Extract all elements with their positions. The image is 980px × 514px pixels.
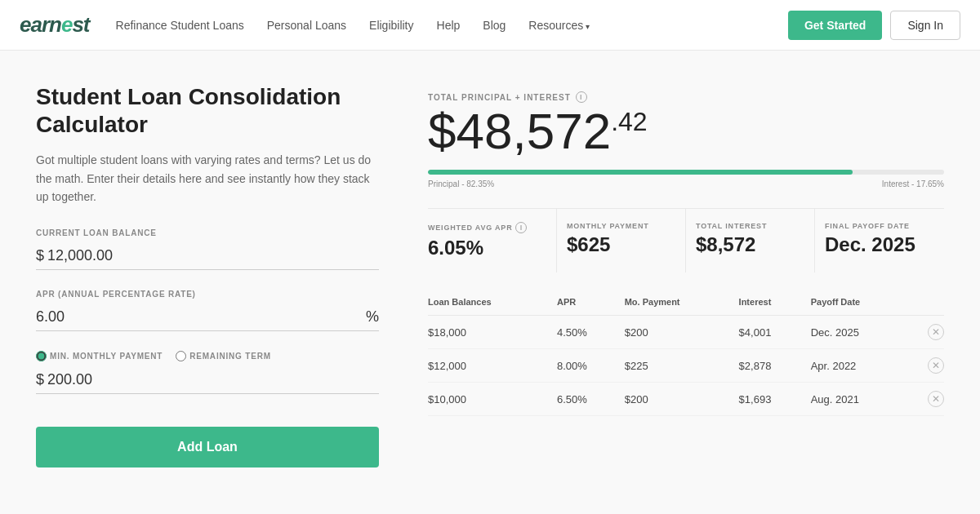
main-content: Student Loan Consolidation Calculator Go… (16, 51, 964, 500)
stat-payoff-date-value: Dec. 2025 (825, 233, 934, 256)
calculator-title: Student Loan Consolidation Calculator (36, 83, 379, 138)
payment-field: MIN. MONTHLY PAYMENT REMAINING TERM $ (36, 351, 379, 394)
min-payment-radio-label[interactable]: MIN. MONTHLY PAYMENT (36, 351, 163, 361)
total-dollars: $48,572 (428, 103, 611, 159)
stat-monthly-payment: MONTHLY PAYMENT $625 (557, 209, 686, 273)
get-started-button[interactable]: Get Started (788, 11, 882, 40)
table-row: $12,000 8.00% $225 $2,878 Apr. 2022 ✕ (428, 349, 944, 383)
nav-personal-loans[interactable]: Personal Loans (267, 19, 346, 32)
delete-row-button-1[interactable]: ✕ (928, 357, 944, 374)
table-header-row: Loan Balances APR Mo. Payment Interest P… (428, 292, 944, 316)
total-label: TOTAL PRINCIPAL + INTEREST i (428, 91, 944, 103)
nav-help[interactable]: Help (437, 19, 461, 32)
remaining-term-label: REMAINING TERM (189, 352, 271, 361)
min-payment-label: MIN. MONTHLY PAYMENT (50, 352, 163, 361)
total-amount: $48,572.42 (428, 106, 944, 157)
remaining-term-radio-label[interactable]: REMAINING TERM (176, 351, 271, 361)
delete-row-button-0[interactable]: ✕ (928, 324, 944, 340)
delete-row-button-2[interactable]: ✕ (928, 391, 944, 407)
remaining-term-radio[interactable] (176, 351, 186, 361)
apr-input-wrapper: % (36, 304, 379, 331)
cell-delete-0: ✕ (914, 316, 944, 349)
balance-input[interactable] (47, 247, 379, 264)
stat-monthly-payment-label: MONTHLY PAYMENT (567, 222, 675, 230)
principal-label: Principal - 82.35% (428, 179, 494, 188)
total-cents: .42 (611, 107, 647, 136)
apr-label: APR (ANNUAL PERCENTAGE RATE) (36, 290, 379, 299)
cell-interest-0: $4,001 (739, 316, 811, 349)
cell-apr-0: 4.50% (557, 316, 625, 349)
cell-payoff-2: Aug. 2021 (811, 383, 914, 416)
nav-links: Refinance Student Loans Personal Loans E… (116, 19, 788, 32)
sign-in-button[interactable]: Sign In (890, 11, 960, 40)
stat-total-interest-label: TOTAL INTEREST (696, 222, 804, 230)
cell-payoff-1: Apr. 2022 (811, 349, 914, 383)
nav-blog[interactable]: Blog (483, 19, 506, 32)
payment-input[interactable] (47, 371, 379, 388)
col-interest: Interest (739, 292, 811, 316)
col-balance: Loan Balances (428, 292, 557, 316)
progress-bar-fill (428, 170, 853, 175)
table-row: $18,000 4.50% $200 $4,001 Dec. 2025 ✕ (428, 316, 944, 349)
payment-type-row: MIN. MONTHLY PAYMENT REMAINING TERM (36, 351, 379, 361)
cell-delete-1: ✕ (914, 349, 944, 383)
right-panel: TOTAL PRINCIPAL + INTEREST i $48,572.42 … (428, 83, 944, 467)
col-payoff: Payoff Date (811, 292, 914, 316)
cell-delete-2: ✕ (914, 383, 944, 416)
stat-total-interest: TOTAL INTEREST $8,572 (686, 209, 815, 273)
logo-accent: e (61, 12, 72, 37)
cell-payoff-0: Dec. 2025 (811, 316, 914, 349)
total-info-icon[interactable]: i (576, 91, 587, 103)
loans-table: Loan Balances APR Mo. Payment Interest P… (428, 292, 944, 416)
total-label-text: TOTAL PRINCIPAL + INTEREST (428, 93, 571, 102)
stat-payoff-date: FINAL PAYOFF DATE Dec. 2025 (815, 209, 944, 273)
stat-weighted-apr: WEIGHTED AVG APR i 6.05% (428, 209, 557, 273)
cell-payment-1: $225 (625, 349, 739, 383)
nav-actions: Get Started Sign In (788, 11, 960, 40)
logo[interactable]: earnest (20, 12, 90, 38)
calculator-description: Got multiple student loans with varying … (36, 151, 379, 206)
nav-refinance[interactable]: Refinance Student Loans (116, 19, 244, 32)
balance-field: CURRENT LOAN BALANCE $ (36, 228, 379, 270)
balance-input-wrapper: $ (36, 242, 379, 270)
table-row: $10,000 6.50% $200 $1,693 Aug. 2021 ✕ (428, 383, 944, 416)
left-panel: Student Loan Consolidation Calculator Go… (36, 83, 379, 467)
col-delete (914, 292, 944, 316)
cell-interest-1: $2,878 (739, 349, 811, 383)
stat-weighted-apr-value: 6.05% (428, 237, 546, 259)
cell-interest-2: $1,693 (739, 383, 811, 416)
stat-weighted-apr-label: WEIGHTED AVG APR i (428, 222, 546, 233)
stat-monthly-payment-value: $625 (567, 233, 675, 256)
cell-balance-2: $10,000 (428, 383, 557, 416)
stats-row: WEIGHTED AVG APR i 6.05% MONTHLY PAYMENT… (428, 208, 944, 273)
balance-label: CURRENT LOAN BALANCE (36, 228, 379, 237)
apr-field: APR (ANNUAL PERCENTAGE RATE) % (36, 290, 379, 331)
stat-payoff-date-label: FINAL PAYOFF DATE (825, 222, 934, 230)
navbar: earnest Refinance Student Loans Personal… (0, 0, 980, 51)
apr-input[interactable] (36, 308, 363, 326)
cell-apr-2: 6.50% (557, 383, 625, 416)
cell-balance-1: $12,000 (428, 349, 557, 383)
cell-apr-1: 8.00% (557, 349, 625, 383)
interest-label: Interest - 17.65% (882, 179, 944, 188)
col-apr: APR (557, 292, 625, 316)
progress-labels: Principal - 82.35% Interest - 17.65% (428, 179, 944, 188)
add-loan-button[interactable]: Add Loan (36, 427, 379, 467)
cell-balance-0: $18,000 (428, 316, 557, 349)
cell-payment-0: $200 (625, 316, 739, 349)
nav-resources[interactable]: Resources (528, 19, 590, 32)
nav-eligibility[interactable]: Eligibility (369, 19, 413, 32)
balance-prefix: $ (36, 247, 44, 264)
progress-bar (428, 170, 944, 175)
apr-suffix: % (366, 308, 379, 326)
stat-total-interest-value: $8,572 (696, 233, 804, 256)
payment-input-wrapper: $ (36, 366, 379, 394)
cell-payment-2: $200 (625, 383, 739, 416)
col-payment: Mo. Payment (625, 292, 739, 316)
payment-prefix: $ (36, 371, 44, 388)
min-payment-radio[interactable] (36, 351, 47, 361)
weighted-apr-info-icon[interactable]: i (515, 222, 527, 233)
